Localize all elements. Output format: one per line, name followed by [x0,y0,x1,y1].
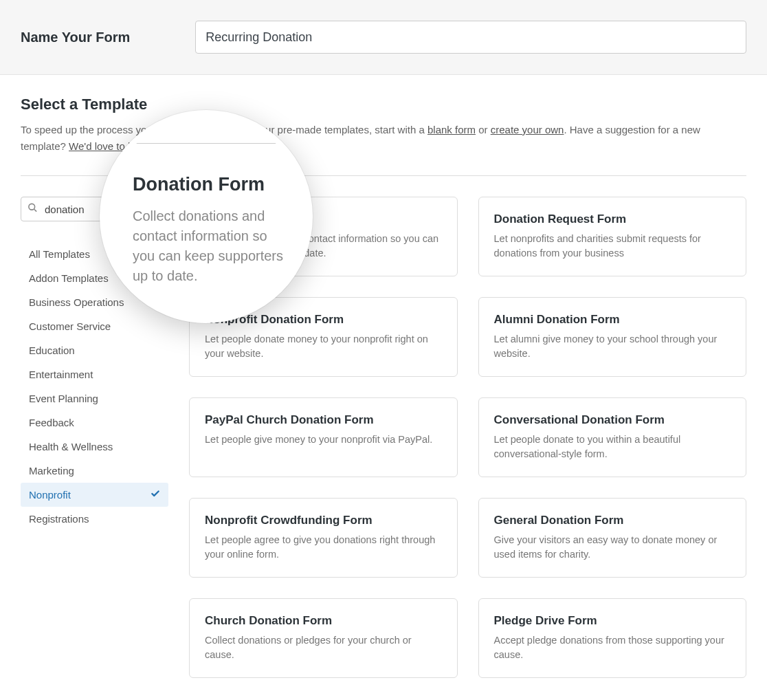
template-card[interactable]: Alumni Donation FormLet alumni give mone… [478,297,747,377]
template-card[interactable]: Donation Request FormLet nonprofits and … [478,197,747,276]
category-label: Entertainment [29,369,93,380]
category-label: All Templates [29,248,90,260]
check-icon [151,489,160,501]
template-description: Give your visitors an easy way to donate… [494,533,731,562]
template-title: Nonprofit Crowdfunding Form [205,514,442,527]
template-description: Accept pledge donations from those suppo… [494,633,731,662]
category-nonprofit[interactable]: Nonprofit [21,483,168,507]
template-card[interactable]: Pledge Drive FormAccept pledge donations… [478,598,747,678]
category-event-planning[interactable]: Event Planning [21,386,168,411]
form-name-input[interactable] [195,21,746,54]
template-description: Let people donate money to your nonprofi… [205,332,442,361]
template-card[interactable]: PayPal Church Donation FormLet people gi… [189,397,458,477]
category-registrations[interactable]: Registrations [21,507,168,531]
magnifier-title: Donation Form [133,174,285,195]
category-label: Nonprofit [29,489,71,501]
category-label: Marketing [29,465,74,477]
template-title: Church Donation Form [205,614,442,628]
category-customer-service[interactable]: Customer Service [21,314,168,338]
category-marketing[interactable]: Marketing [21,459,168,483]
template-title: General Donation Form [494,514,731,527]
name-your-form-label: Name Your Form [21,30,130,45]
template-description: Let people give money to your nonprofit … [205,433,442,447]
template-description: Collect donations or pledges for your ch… [205,633,442,662]
template-title: PayPal Church Donation Form [205,413,442,427]
category-label: Event Planning [29,393,98,404]
create-your-own-link[interactable]: create your own [491,124,564,135]
template-description: Let nonprofits and charities submit requ… [494,232,731,261]
template-title: Pledge Drive Form [494,614,731,628]
template-description: Let alumni give money to your school thr… [494,332,731,361]
template-description: Let people donate to you within a beauti… [494,433,731,461]
template-title: Conversational Donation Form [494,413,731,427]
blank-form-link[interactable]: blank form [427,124,476,135]
template-card[interactable]: Church Donation FormCollect donations or… [189,598,458,678]
category-label: Customer Service [29,320,111,332]
category-feedback[interactable]: Feedback [21,411,168,435]
category-label: Registrations [29,513,89,525]
select-template-title: Select a Template [21,96,746,113]
category-label: Health & Wellness [29,441,113,452]
template-card[interactable]: General Donation FormGive your visitors … [478,498,747,578]
form-name-header: Name Your Form [0,0,767,75]
template-title: Donation Request Form [494,212,731,226]
magnifier-overlay: Donation Form Collect donations and cont… [100,110,313,323]
category-label: Business Operations [29,296,124,308]
category-health-wellness[interactable]: Health & Wellness [21,435,168,459]
template-card[interactable]: Nonprofit Crowdfunding FormLet people ag… [189,498,458,578]
category-label: Addon Templates [29,272,109,284]
category-entertainment[interactable]: Entertainment [21,362,168,386]
magnifier-description: Collect donations and contact informatio… [133,206,285,286]
category-label: Education [29,344,75,356]
template-title: Alumni Donation Form [494,313,731,327]
template-card[interactable]: Conversational Donation FormLet people d… [478,397,747,477]
category-education[interactable]: Education [21,338,168,362]
category-label: Feedback [29,417,74,428]
template-description: Let people agree to give you donations r… [205,533,442,562]
